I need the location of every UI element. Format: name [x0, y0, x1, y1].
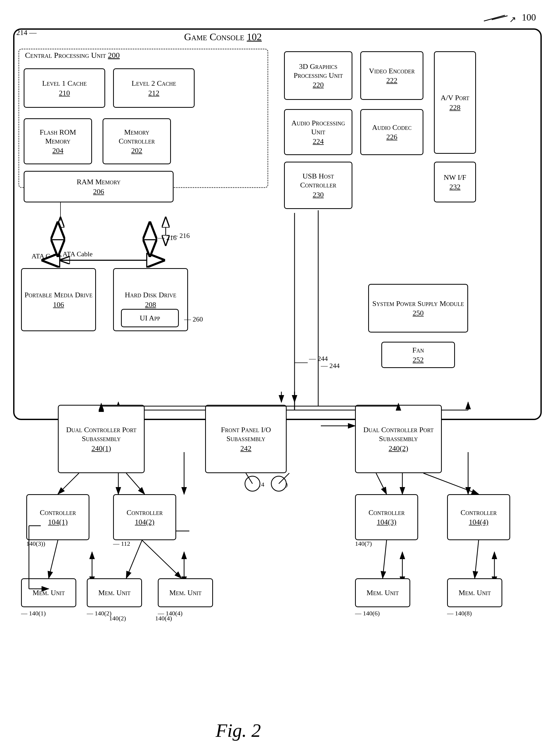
label-260: — 260: [184, 315, 203, 323]
label-244: — 244: [309, 355, 328, 363]
fig-caption: Fig. 2: [216, 720, 261, 742]
fp-circle-1: [244, 476, 260, 491]
ctrl-3-box: Controller 104(3): [355, 494, 418, 540]
svg-line-61: [475, 540, 479, 578]
label-216: — 216: [158, 234, 177, 242]
mem-unit-5-box: Mem. Unit: [447, 578, 502, 607]
fp-circle-2: [271, 476, 287, 491]
mem-unit-3-num: — 140(4): [158, 610, 182, 617]
usb-ctrl-box: USB Host Controller 230: [284, 162, 352, 209]
audio-proc-box: Audio Processing Unit 224: [284, 109, 352, 155]
svg-line-64: [484, 15, 505, 21]
ui-app-box: UI App: [121, 309, 179, 327]
mem-unit-2-box: Mem. Unit: [87, 578, 142, 607]
video-enc-box: Video Encoder 222: [360, 51, 423, 100]
gpu-box: 3D Graphics Processing Unit 220: [284, 51, 352, 100]
svg-line-52: [49, 540, 58, 578]
label-214: 214 —: [16, 28, 36, 37]
sys-power-box: System Power Supply Module 250: [368, 284, 468, 333]
level1-cache-box: Level 1 Cache 210: [24, 68, 105, 108]
svg-line-60: [383, 540, 387, 578]
mem-unit-5-num: — 140(8): [447, 610, 472, 617]
ata-cable-label: ATA Cable: [32, 252, 62, 260]
mem-unit-2-num: — 140(2): [87, 610, 112, 617]
label-140-3: 140(3)): [26, 540, 45, 547]
nw-if-box: NW I/F 232: [434, 162, 476, 203]
mem-unit-4-num: — 140(6): [355, 610, 380, 617]
svg-line-46: [58, 473, 79, 494]
av-port-box: A/V Port 228: [434, 51, 476, 154]
svg-text:140(2): 140(2): [109, 615, 126, 622]
flash-rom-box: Flash ROM Memory 204: [24, 118, 92, 164]
ctrl-1-box: Controller 104(1): [26, 494, 89, 540]
portable-media-box: Portable Media Drive 106: [21, 268, 96, 331]
fig-ref-arrow: ↗: [509, 14, 516, 25]
label-140-7: 140(7): [355, 540, 372, 547]
cpu-title: Central Processing Unit 200: [25, 51, 120, 60]
fan-box: Fan 252: [381, 342, 455, 368]
svg-line-48: [376, 473, 387, 494]
game-console-title: Game Console 102: [184, 31, 262, 42]
svg-line-47: [126, 473, 145, 494]
ctrl-4-box: Controller 104(4): [447, 494, 510, 540]
front-panel-box: Front Panel I/O Subassembly 242: [205, 405, 287, 473]
audio-codec-box: Audio Codec 226: [360, 109, 423, 155]
ram-box: RAM Memory 206: [24, 171, 174, 203]
ctrl-2-box: Controller 104(2): [113, 494, 176, 540]
dual-ctrl-1-box: Dual Controller Port Subassembly 240(1): [58, 405, 145, 473]
mem-unit-4-box: Mem. Unit: [355, 578, 410, 607]
mem-unit-1-num: — 140(1): [21, 610, 46, 617]
mem-unit-1-box: Mem. Unit: [21, 578, 76, 607]
label-112: — 112: [113, 540, 130, 547]
level2-cache-box: Level 2 Cache 212: [113, 68, 195, 108]
fig-ref-label: 100: [522, 12, 536, 23]
mem-unit-3-box: Mem. Unit: [158, 578, 213, 607]
memory-ctrl-box: Memory Controller 202: [102, 118, 171, 164]
dual-ctrl-2-box: Dual Controller Port Subassembly 240(2): [355, 405, 442, 473]
svg-line-49: [423, 473, 479, 494]
svg-line-4: [492, 16, 507, 20]
svg-line-57: [142, 540, 181, 578]
